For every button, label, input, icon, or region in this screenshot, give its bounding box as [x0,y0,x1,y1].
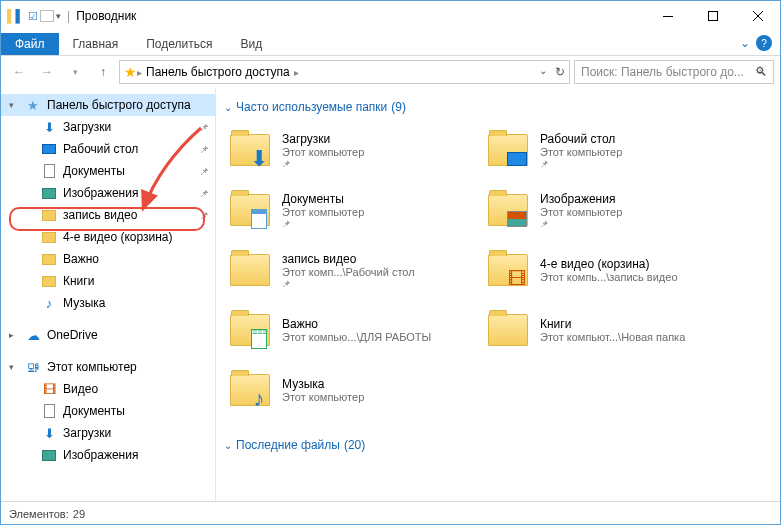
badge-icon [506,148,528,170]
tile-subtitle: Этот компьютер [540,206,622,218]
sidebar-item-label: Загрузки [63,120,111,134]
sidebar-item[interactable]: запись видео📌︎ [1,204,215,226]
folder-tile[interactable]: Рабочий столЭтот компьютер📌︎ [482,122,732,178]
folder-icon [41,229,57,245]
nav-up-button[interactable]: ↑ [91,60,115,84]
folder-tile[interactable]: 🎞4-е видео (корзина)Этот компь...\запись… [482,242,732,298]
search-placeholder: Поиск: Панель быстрого до... [581,65,744,79]
pin-icon: 📌︎ [199,166,209,177]
nav-back-button[interactable]: ← [7,60,31,84]
address-dropdown-icon[interactable]: ⌄ [539,65,547,79]
sidebar-item[interactable]: 🎞Видео [1,378,215,400]
pin-icon: 📌︎ [199,210,209,221]
breadcrumb[interactable]: Панель быстрого доступа [142,65,294,79]
folder-icon: 🎞 [484,246,532,294]
folder-icon [41,447,57,463]
refresh-icon[interactable]: ↻ [555,65,565,79]
folder-tile[interactable]: ≡≡≡ВажноЭтот компью...\ДЛЯ РАБОТЫ [224,302,474,358]
tab-share[interactable]: Поделиться [132,33,226,55]
ribbon-expand-icon[interactable]: ⌄ [740,36,750,50]
nav-forward-button[interactable]: → [35,60,59,84]
tile-name: Документы [282,192,364,206]
pin-icon: 📌︎ [540,159,622,169]
tile-subtitle: Этот компьют...\Новая папка [540,331,685,343]
folder-tile[interactable]: ♪МузыкаЭтот компьютер [224,362,474,418]
tab-file[interactable]: Файл [1,33,59,55]
sidebar-item[interactable]: Рабочий стол📌︎ [1,138,215,160]
folder-tile[interactable]: ⬇ЗагрузкиЭтот компьютер📌︎ [224,122,474,178]
sidebar-item[interactable]: 4-е видео (корзина) [1,226,215,248]
help-icon[interactable]: ? [756,35,772,51]
folder-icon [41,251,57,267]
section-title: Последние файлы [236,438,340,452]
tile-subtitle: Этот компьютер [282,146,364,158]
close-button[interactable] [735,2,780,31]
folder-tile[interactable]: ДокументыЭтот компьютер📌︎ [224,182,474,238]
expand-icon[interactable]: ▸ [9,330,14,340]
sidebar-item[interactable]: Документы [1,400,215,422]
address-bar[interactable]: ★ ▸ Панель быстрого доступа ▸ ⌄ ↻ [119,60,570,84]
sidebar-this-pc[interactable]: ▾ 🖳 Этот компьютер [1,356,215,378]
folder-tile[interactable]: КнигиЭтот компьют...\Новая папка [482,302,732,358]
breadcrumb-sep[interactable]: ▸ [294,67,299,78]
section-title: Часто используемые папки [236,100,387,114]
sidebar-item[interactable]: Книги [1,270,215,292]
sidebar-item-label: Важно [63,252,99,266]
sidebar-label: Этот компьютер [47,360,137,374]
folder-icon [484,306,532,354]
badge-icon: ⬇ [248,148,270,170]
badge-icon: 🎞 [506,268,528,290]
title-separator: | [67,9,70,23]
pin-icon: 📌︎ [540,219,622,229]
folder-icon [226,186,274,234]
nav-recent-button[interactable]: ▾ [63,60,87,84]
sidebar-quick-access[interactable]: ▾ ★ Панель быстрого доступа [1,94,215,116]
folder-icon: ⬇ [41,119,57,135]
quick-access-icon: ★ [124,64,137,80]
qat-properties-icon[interactable]: ☑ [28,10,38,23]
sidebar-item[interactable]: ♪Музыка [1,292,215,314]
search-icon[interactable]: 🔍︎ [755,65,767,79]
sidebar-item[interactable]: Документы📌︎ [1,160,215,182]
navigation-pane[interactable]: ▾ ★ Панель быстрого доступа ⬇Загрузки📌︎Р… [1,88,216,501]
section-count: (9) [391,100,406,114]
sidebar-item[interactable]: ⬇Загрузки📌︎ [1,116,215,138]
tile-subtitle: Этот компьютер [282,206,364,218]
tile-name: Рабочий стол [540,132,622,146]
tab-home[interactable]: Главная [59,33,133,55]
folder-icon: ⬇ [41,425,57,441]
sidebar-item-label: Загрузки [63,426,111,440]
section-frequent[interactable]: ⌄ Часто используемые папки (9) [224,100,776,114]
expand-icon[interactable]: ▾ [9,100,14,110]
qat-dropdown-icon[interactable]: ▾ [56,11,61,21]
address-bar-row: ← → ▾ ↑ ★ ▸ Панель быстрого доступа ▸ ⌄ … [1,56,780,88]
badge-icon: ≡≡≡ [248,328,270,350]
explorer-icon: ▌▌ [7,9,24,23]
sidebar-item[interactable]: Изображения📌︎ [1,182,215,204]
pin-icon: 📌︎ [199,188,209,199]
svg-rect-1 [708,12,717,21]
qat-newfolder-icon[interactable] [40,10,54,22]
sidebar-onedrive[interactable]: ▸ ☁ OneDrive [1,324,215,346]
section-recent[interactable]: ⌄ Последние файлы (20) [224,438,776,452]
folder-tile[interactable]: запись видеоЭтот комп...\Рабочий стол📌︎ [224,242,474,298]
minimize-button[interactable] [645,2,690,31]
expand-icon[interactable]: ▾ [9,362,14,372]
sidebar-item[interactable]: Важно [1,248,215,270]
tile-name: 4-е видео (корзина) [540,257,678,271]
tile-subtitle: Этот компьютер [540,146,622,158]
maximize-button[interactable] [690,2,735,31]
content-pane[interactable]: ⌄ Часто используемые папки (9) ⬇Загрузки… [216,88,780,501]
folder-icon [41,141,57,157]
tab-view[interactable]: Вид [226,33,276,55]
sidebar-label: Панель быстрого доступа [47,98,191,112]
tile-name: Загрузки [282,132,364,146]
window-title: Проводник [76,9,136,23]
sidebar-item[interactable]: Изображения [1,444,215,466]
search-input[interactable]: Поиск: Панель быстрого до... 🔍︎ [574,60,774,84]
status-count: 29 [73,508,85,520]
tile-subtitle: Этот компью...\ДЛЯ РАБОТЫ [282,331,431,343]
folder-tile[interactable]: ИзображенияЭтот компьютер📌︎ [482,182,732,238]
sidebar-item[interactable]: ⬇Загрузки [1,422,215,444]
folder-icon [41,163,57,179]
